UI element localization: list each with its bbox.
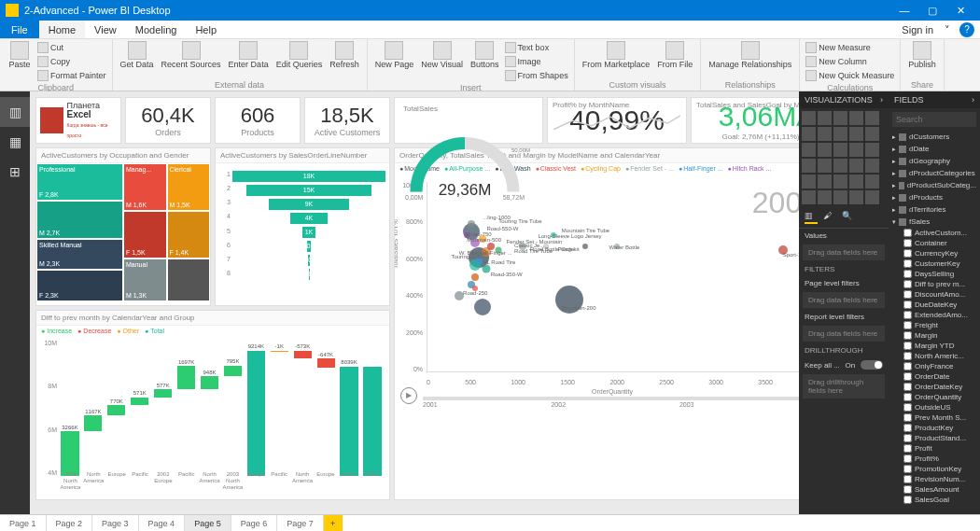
field-item[interactable]: CustomerKey [889, 259, 980, 269]
publish-button[interactable]: Publish [906, 41, 938, 79]
enter-data-button[interactable]: Enter Data [227, 41, 271, 79]
viz-type-icon[interactable] [833, 111, 847, 125]
viz-type-icon[interactable] [849, 159, 863, 173]
maximize-button[interactable]: ▢ [918, 5, 946, 17]
field-item[interactable]: Margin YTD [889, 341, 980, 351]
ribbon-tab-view[interactable]: View [85, 21, 126, 38]
image-button[interactable]: Image [505, 55, 568, 68]
viz-type-icon[interactable] [818, 159, 832, 173]
page-tab[interactable]: Page 7 [277, 515, 324, 531]
viz-type-icon[interactable] [865, 143, 879, 157]
kpi-orders[interactable]: 60,4K Orders [125, 97, 211, 144]
viz-type-icon[interactable] [833, 127, 847, 141]
field-item[interactable]: OrderDateKey [889, 382, 980, 392]
viz-type-icon[interactable] [802, 159, 816, 173]
paste-button[interactable]: Paste [6, 41, 34, 82]
page-tab[interactable]: Page 5 [185, 515, 231, 531]
chevron-down-icon[interactable]: ˅ [941, 21, 954, 38]
viz-type-icon[interactable] [818, 143, 832, 157]
field-item[interactable]: ProductKey [889, 423, 980, 433]
ribbon-tab-help[interactable]: Help [186, 21, 226, 38]
fields-header[interactable]: FIELDS› [889, 91, 980, 108]
field-item[interactable]: Profit [889, 443, 980, 454]
field-item[interactable]: ExtendedAmo... [889, 310, 980, 320]
close-button[interactable]: ✕ [946, 5, 974, 17]
viz-type-icon[interactable] [865, 159, 879, 173]
page-tab[interactable]: Page 4 [139, 515, 186, 531]
field-item[interactable]: DiscountAmo... [889, 289, 980, 300]
new-page-button[interactable]: New Page [373, 41, 416, 82]
fields-search-input[interactable] [892, 112, 976, 127]
viz-type-icon[interactable] [833, 159, 847, 173]
viz-type-icon[interactable] [802, 127, 816, 141]
fields-tab-icon[interactable]: ▥ [805, 211, 818, 224]
model-view-icon[interactable]: ⊞ [0, 157, 30, 187]
report-filters-drop-zone[interactable]: Drag data fields here [803, 326, 885, 342]
text-box-button[interactable]: Text box [505, 41, 568, 54]
help-icon[interactable]: ? [959, 22, 974, 37]
viz-type-icon[interactable] [865, 127, 879, 141]
field-item[interactable]: CurrencyKey [889, 248, 980, 259]
viz-type-icon[interactable] [818, 111, 832, 125]
minimize-button[interactable]: — [890, 5, 918, 16]
new-visual-button[interactable]: New Visual [419, 41, 465, 82]
new-measure-button[interactable]: New Measure [805, 41, 894, 54]
page-tab[interactable]: Page 6 [231, 515, 278, 531]
kpi-customers[interactable]: 18,5K Active Customers [304, 97, 390, 144]
keep-all-filters-toggle[interactable]: Keep all ...On [799, 357, 889, 372]
viz-type-icon[interactable] [833, 143, 847, 157]
viz-type-icon[interactable] [833, 190, 847, 204]
format-tab-icon[interactable]: 🖌 [823, 211, 836, 224]
copy-button[interactable]: Copy [37, 55, 106, 68]
viz-type-icon[interactable] [802, 175, 816, 189]
treemap-visual[interactable]: ActiveCustomers by Occupation and Gender… [35, 147, 211, 306]
field-item[interactable]: ActiveCustom... [889, 228, 980, 238]
values-drop-zone[interactable]: Drag data fields here [803, 245, 885, 260]
manage-relationships-button[interactable]: Manage Relationships [707, 41, 793, 79]
scatter-visual[interactable]: OrderQuantity, TotalSales YoY% and Margi… [394, 147, 799, 500]
ribbon-tab-modeling[interactable]: Modeling [126, 21, 187, 38]
viz-type-icon[interactable] [865, 111, 879, 125]
field-item[interactable]: DaysSelling [889, 269, 980, 279]
waterfall-visual[interactable]: Diff to prev month by CalendarYear and G… [35, 310, 390, 500]
field-item[interactable]: Margin [889, 330, 980, 341]
field-item[interactable]: OrderQuantity [889, 392, 980, 402]
viz-type-icon[interactable] [818, 190, 832, 204]
viz-type-icon[interactable] [802, 143, 816, 157]
field-item[interactable]: Profit% [889, 454, 980, 464]
edit-queries-button[interactable]: Edit Queries [274, 41, 325, 79]
viz-type-icon[interactable] [849, 190, 863, 204]
ribbon-tab-file[interactable]: File [0, 21, 39, 38]
logo-card[interactable]: ПланетаExcel Когда знаешь - все просто [35, 97, 121, 144]
field-item[interactable]: Diff to prev m... [889, 279, 980, 289]
get-data-button[interactable]: Get Data [119, 41, 156, 79]
kpi-products[interactable]: 606 Products [215, 97, 301, 144]
add-page-button[interactable]: + [324, 515, 343, 531]
buttons-button[interactable]: Buttons [469, 41, 501, 82]
report-view-icon[interactable]: ▥ [0, 97, 30, 127]
field-item[interactable]: Freight [889, 320, 980, 330]
field-table[interactable]: dCustomers [889, 131, 980, 143]
viz-type-icon[interactable] [802, 111, 816, 125]
data-view-icon[interactable]: ▦ [0, 127, 30, 157]
field-table[interactable]: dGeography [889, 155, 980, 167]
field-item[interactable]: SalesGoal [889, 495, 980, 505]
analytics-tab-icon[interactable]: 🔍 [842, 211, 855, 224]
viz-type-icon[interactable] [818, 127, 832, 141]
viz-type-icon[interactable] [818, 175, 832, 189]
page-tab[interactable]: Page 2 [47, 515, 93, 531]
gauge-visual[interactable]: TotalSales [394, 97, 543, 144]
field-item[interactable]: OrderDate [889, 371, 980, 382]
field-item[interactable]: North Americ... [889, 351, 980, 361]
ribbon-tab-home[interactable]: Home [39, 21, 85, 38]
viz-type-icon[interactable] [865, 190, 879, 204]
field-table-expanded[interactable]: fSales [889, 216, 980, 228]
funnel-visual[interactable]: ActiveCustomers by SalesOrderLineNumber … [215, 147, 390, 306]
field-item[interactable]: OnlyFrance [889, 361, 980, 371]
report-canvas[interactable]: ПланетаExcel Когда знаешь - все просто 6… [30, 91, 799, 514]
profit-visual[interactable]: Profit% by MonthName 40,99% [547, 97, 687, 144]
viz-type-icon[interactable] [849, 175, 863, 189]
field-item[interactable]: OutsideUS [889, 402, 980, 412]
cut-button[interactable]: Cut [37, 41, 106, 54]
field-item[interactable]: DueDateKey [889, 300, 980, 310]
